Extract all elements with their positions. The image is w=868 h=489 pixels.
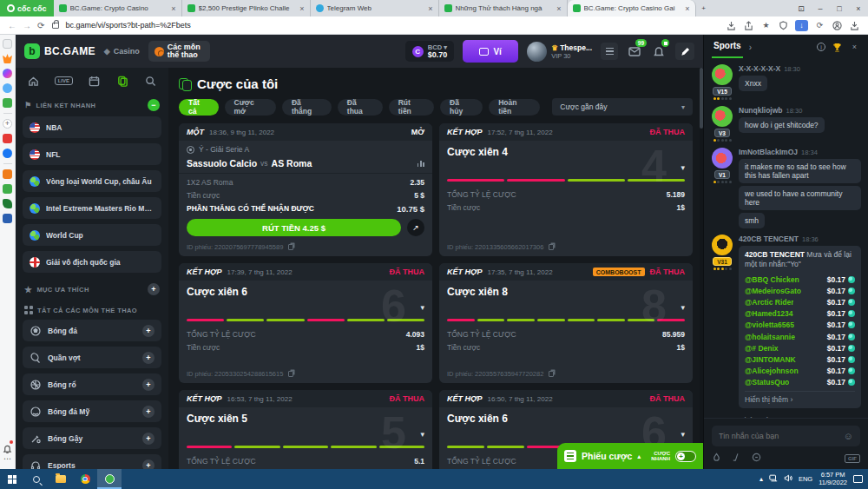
reload-icon[interactable]: ⟳ xyxy=(37,21,44,30)
tab-close-icon[interactable]: × xyxy=(299,4,304,13)
back-icon[interactable]: ← xyxy=(8,21,16,30)
sidebar-item-world-cup[interactable]: World Cup xyxy=(23,224,161,246)
home-icon[interactable] xyxy=(26,75,40,87)
leaf-app-icon[interactable] xyxy=(3,199,12,208)
filter-open[interactable]: Cược mở xyxy=(225,99,276,116)
chrome-icon[interactable] xyxy=(73,469,97,489)
tab-daily-challenges[interactable]: Những Thử thách Hàng ngà× xyxy=(439,0,568,17)
bet-card-combo-boost[interactable]: KẾT HỢP 17:35, 7 thg 11, 2022 COMBOBOOST… xyxy=(439,263,693,383)
crown-app-icon[interactable] xyxy=(3,54,12,63)
gif-icon[interactable]: GIF xyxy=(845,454,860,463)
copy-icon[interactable] xyxy=(549,371,554,377)
expand-sport-button[interactable]: + xyxy=(142,325,155,337)
sidebar-sport-tennis[interactable]: Quần vợt+ xyxy=(23,347,161,368)
copy-icon[interactable] xyxy=(549,244,554,250)
chat-input[interactable] xyxy=(719,432,838,440)
bet-card-combo[interactable]: KẾT HỢP 17:39, 7 thg 11, 2022 ĐÃ THUA 6 … xyxy=(179,263,432,383)
coccoc-taskbar-icon[interactable] xyxy=(97,469,122,489)
show-more-button[interactable]: Hiển thị thêm › xyxy=(745,391,855,404)
network-icon[interactable] xyxy=(769,474,778,484)
live-icon[interactable]: LIVE xyxy=(55,76,73,85)
sidebar-item-iem-rio[interactable]: Intel Extreme Masters Rio Major 2022 xyxy=(23,197,161,219)
tab-close-icon[interactable]: × xyxy=(685,4,689,13)
chat-tab-sports[interactable]: Sports xyxy=(712,36,743,58)
account-menu-icon[interactable] xyxy=(601,43,618,60)
tab-close-icon[interactable]: × xyxy=(556,4,561,13)
tab-bcgame-1[interactable]: BC.Game: Crypto Casino× xyxy=(54,0,182,17)
language-indicator[interactable]: ENG xyxy=(799,475,812,483)
chat-toggle-button[interactable] xyxy=(675,43,694,60)
expand-card-icon[interactable]: ▾ xyxy=(420,430,424,439)
taskbar-clock[interactable]: 6:57 PM 11/9/2022 xyxy=(819,472,847,486)
copy-icon[interactable] xyxy=(288,371,293,377)
expand-card-icon[interactable]: ▾ xyxy=(420,303,424,312)
avatar[interactable] xyxy=(712,64,733,85)
filter-cancelled[interactable]: Đã hủy xyxy=(440,99,483,116)
schedule-icon[interactable] xyxy=(88,75,102,87)
url-text[interactable]: bc.game/vi/sports?bt-path=%2Fbets xyxy=(65,21,190,30)
browser-panel-icon[interactable]: ⊡ xyxy=(792,0,811,17)
emoji-icon[interactable]: ☺ xyxy=(844,431,853,441)
bonus-bell-button[interactable] xyxy=(651,44,667,58)
tab-plinko[interactable]: $2,500 Prestige Plinko Challe× xyxy=(182,0,311,17)
bcgame-logo[interactable]: b BC.GAME xyxy=(24,43,95,59)
expand-sport-button[interactable]: + xyxy=(142,379,155,391)
expand-sport-button[interactable]: + xyxy=(142,406,155,418)
expand-sport-button[interactable]: + xyxy=(142,459,155,470)
close-chat-icon[interactable]: × xyxy=(849,42,860,53)
my-bets-icon[interactable] xyxy=(115,75,129,87)
avatar[interactable] xyxy=(712,235,733,255)
facebook-icon[interactable] xyxy=(3,149,12,158)
taskbar-search-icon[interactable] xyxy=(24,469,49,489)
avatar[interactable] xyxy=(712,106,733,127)
filter-cashout[interactable]: Rút tiền xyxy=(389,99,434,116)
tab-telegram[interactable]: Telegram Web× xyxy=(311,0,439,17)
betslip-button[interactable]: Phiếu cược ▴ CƯỢCNHANH + xyxy=(557,443,703,469)
filter-lost[interactable]: Đã thua xyxy=(338,99,383,116)
orange-app-icon[interactable] xyxy=(3,169,12,179)
expand-sport-button[interactable]: + xyxy=(142,433,155,445)
expand-card-icon[interactable]: ▾ xyxy=(681,430,685,439)
downloads-tray-icon[interactable] xyxy=(849,20,860,31)
coccoc-brand[interactable]: cốc cốc xyxy=(0,0,54,17)
user-profile[interactable]: ♛ Thespe... VIP 30 xyxy=(527,42,592,62)
quick-bet-toggle[interactable]: + xyxy=(675,451,696,462)
collapse-quick-links-button[interactable]: − xyxy=(148,99,160,111)
sidebar-sport-esports[interactable]: Esports+ xyxy=(23,454,161,469)
messenger-icon[interactable] xyxy=(3,69,12,78)
currency-selector[interactable]: C BCD ▾ $0.70 xyxy=(405,41,455,62)
save-page-icon[interactable] xyxy=(726,20,737,31)
share-bet-button[interactable]: ↗ xyxy=(407,219,424,236)
bet-card-combo[interactable]: KẾT HỢP 16:53, 7 thg 11, 2022 ĐÃ THUA 5 … xyxy=(179,390,432,469)
twitter-icon[interactable] xyxy=(3,83,12,93)
sync-icon[interactable]: ⟳ xyxy=(814,20,825,31)
filter-won[interactable]: Đã thắng xyxy=(282,99,332,116)
tray-expand-icon[interactable]: ▴ xyxy=(760,475,763,483)
window-maximize-button[interactable]: □ xyxy=(830,0,849,17)
sidebar-item-wc-qualifiers[interactable]: Vòng loại World Cup, châu Âu xyxy=(23,170,161,192)
chat-rules-icon[interactable]: i xyxy=(817,43,825,51)
trophy-icon[interactable] xyxy=(832,42,843,53)
sidebar-sport-football[interactable]: Bóng đá+ xyxy=(23,320,161,341)
notifications-bell-icon[interactable] xyxy=(3,441,12,451)
new-tab-button[interactable]: + xyxy=(696,0,712,17)
main-scrollbar[interactable] xyxy=(700,68,703,469)
share-icon[interactable] xyxy=(743,20,754,31)
sort-dropdown[interactable]: Cược gần đây▾ xyxy=(552,98,693,116)
reading-list-icon[interactable] xyxy=(3,39,12,49)
tab-bcgame-active[interactable]: BC.Game: Crypto Casino Gai× xyxy=(568,0,696,17)
inbox-button[interactable]: 99 xyxy=(627,44,642,58)
bet-card-combo[interactable]: KẾT HỢP 17:52, 7 thg 11, 2022 ĐÃ THUA 4 … xyxy=(439,123,693,256)
coin-drop-icon[interactable] xyxy=(752,453,761,464)
bookmark-star-icon[interactable]: ★ xyxy=(760,20,772,31)
rain-tip-icon[interactable] xyxy=(712,453,721,464)
filter-all[interactable]: Tất cả xyxy=(179,99,219,116)
forward-icon[interactable]: → xyxy=(23,21,31,30)
nav-casino[interactable]: ◆ Casino xyxy=(104,47,140,56)
more-options-icon[interactable]: ⋯ xyxy=(3,456,12,466)
profile-icon[interactable] xyxy=(832,20,843,31)
expand-sport-button[interactable]: + xyxy=(142,352,155,364)
start-button[interactable] xyxy=(0,469,24,489)
add-app-icon[interactable]: + xyxy=(3,119,12,129)
sidebar-item-national-league[interactable]: Giải vô địch quốc gia xyxy=(23,251,161,273)
